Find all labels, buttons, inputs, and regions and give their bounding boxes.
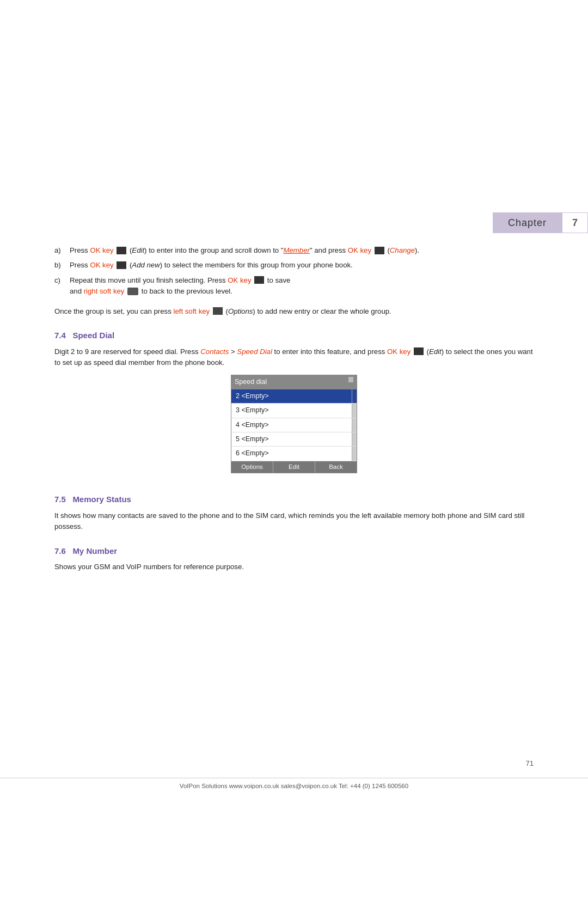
sd-header-label: Speed dial [235,377,267,387]
footer: VoIPon Solutions www.voipon.co.uk sales@… [0,778,588,789]
main-content: a) Press OK key (Edit) to enter into the… [54,245,534,579]
sd-row-5: 6 <Empty> [231,447,357,461]
page-number: 71 [526,759,534,767]
speed-dial-table: Speed dial 2 <Empty> 3 <Empty> 4 <Empty> [231,375,357,473]
section-75-body: It shows how many contacts are saved to … [54,510,534,533]
sd-footer-back: Back [315,461,357,473]
speed-dial-link: Speed Dial [237,347,272,356]
sd-table-header: Speed dial [231,375,357,389]
edit-term-a: Edit [132,246,144,254]
sd-row-2-text: 3 <Empty> [231,404,352,417]
sd-footer-edit: Edit [273,461,315,473]
sd-scroll-1 [352,389,357,403]
change-term: Change [390,246,415,254]
key-icon-options [213,307,223,315]
key-arrow-c [127,288,138,295]
list-label-c: c) [54,275,70,286]
section-74-body: Digit 2 to 9 are reserved for speed dial… [54,346,534,369]
sd-row-2: 3 <Empty> [231,404,357,418]
edit-term-74: Edit [429,347,442,356]
key-icon-c [254,276,264,284]
key-icon-a2 [375,247,384,254]
sd-row-4-text: 5 <Empty> [231,432,352,446]
options-term: Options [228,307,253,315]
sd-row-3-text: 4 <Empty> [231,418,352,432]
ok-key-74: OK key [387,347,411,356]
ok-key-c: OK key [228,276,251,284]
sd-row-4: 5 <Empty> [231,432,357,447]
section-74-heading: 7.4 Speed Dial [54,329,534,341]
ok-key-a2: OK key [348,246,371,254]
add-new-term: Add new [132,261,160,269]
list-label-a: a) [54,245,70,256]
list-items: a) Press OK key (Edit) to enter into the… [54,245,534,297]
sd-scroll-2 [352,404,357,417]
section-74-number: 7.4 [54,331,66,340]
sd-row-1-text: 2 <Empty> [231,389,352,403]
footer-text: VoIPon Solutions www.voipon.co.uk sales@… [180,783,408,789]
list-item-a: a) Press OK key (Edit) to enter into the… [54,245,534,256]
section-76-number: 7.6 [54,546,66,556]
section-74-title: Speed Dial [72,331,114,340]
list-text-c: Repeat this move until you finish select… [70,275,534,297]
sd-header-scrollbar [348,377,353,382]
list-text-b: Press OK key (Add new) to select the mem… [70,260,534,271]
ok-key-a1: OK key [90,246,113,254]
member-term: Member [284,246,310,254]
key-icon-a1 [117,247,126,254]
list-item-c: c) Repeat this move until you finish sel… [54,275,534,297]
section-76-body: Shows your GSM and VoIP numbers for refe… [54,562,534,572]
section-75-number: 7.5 [54,495,66,504]
key-icon-b [117,261,126,269]
contacts-link: Contacts [200,347,229,356]
chapter-number: 7 [562,212,588,233]
section-76-heading: 7.6 My Number [54,545,534,557]
sd-scroll-3 [352,418,357,432]
section-75-title: Memory Status [72,495,131,504]
chapter-label: Chapter [493,212,562,233]
section-76-title: My Number [72,546,117,556]
page: Chapter 7 a) Press OK key (Edit) to ente… [0,0,588,909]
sd-footer: Options Edit Back [231,461,357,473]
sd-row-1: 2 <Empty> [231,389,357,404]
list-item-b: b) Press OK key (Add new) to select the … [54,260,534,271]
sd-scroll-5 [352,447,357,460]
speed-dial-table-wrapper: Speed dial 2 <Empty> 3 <Empty> 4 <Empty> [54,375,534,481]
sd-row-3: 4 <Empty> [231,418,357,432]
list-text-a: Press OK key (Edit) to enter into the gr… [70,245,534,256]
sd-row-5-text: 6 <Empty> [231,447,352,460]
key-icon-74 [414,347,424,355]
right-soft-key-label: right soft key [84,287,125,295]
ok-key-b: OK key [90,261,113,269]
sd-footer-options: Options [231,461,273,473]
group-options-para: Once the group is set, you can press lef… [54,306,534,317]
chapter-bar: Chapter 7 [493,212,588,233]
left-soft-key-label: left soft key [173,307,210,315]
section-75-heading: 7.5 Memory Status [54,493,534,505]
sd-scroll-4 [352,432,357,446]
list-label-b: b) [54,260,70,271]
